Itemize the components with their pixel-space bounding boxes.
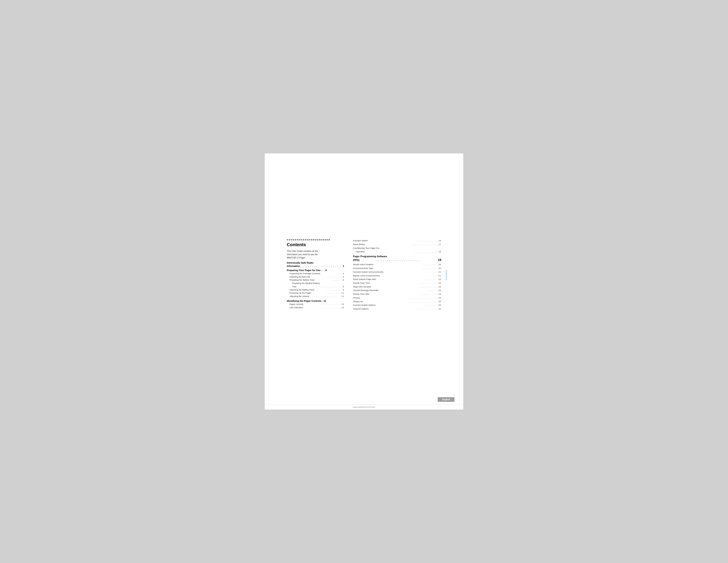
entry-label-battery-pack: Preparing the Battery Pack: [289, 278, 332, 282]
entry-label-function-switch: Function Switch: [353, 239, 418, 242]
entry-label-pager-controls: Pager Controls: [289, 303, 321, 306]
toc-entry-alkaline-1: Preparing the Alkaline Battery: [287, 282, 344, 285]
toc-description: This User Guide contains all the informa…: [287, 249, 344, 259]
entry-label-function-switch-options: Function Switch Options: [353, 304, 424, 307]
entry-label-page-alert: Page Alert Duration: [353, 285, 419, 289]
toc-entry-adjusting-volume: Adjusting the Volume . . . . . . . . . .…: [287, 295, 344, 298]
entry-label-battery-level: Battery Level Announcement: [353, 274, 432, 277]
section-header-pps-2: (PPS) . . . . . . . . . . . . . . . . . …: [353, 258, 441, 261]
toc-entry-fixed-volume: Fixed Volume Page Alert . . . . . . . . …: [353, 278, 441, 281]
entry-label-unread-message: Unread Message Reminder: [353, 289, 429, 292]
sidebar-label: Contents: [445, 239, 447, 311]
toc-entry-privacy: Privacy . . . . . . . . . . . . . . . . …: [353, 296, 441, 300]
entry-label-inspecting: Inspecting the Package Contents: [289, 272, 338, 275]
entry-dots-attaching-battery: . . . . . . . 9: [332, 289, 344, 292]
entry-label-priority-scan: Priority Scan Time: [353, 282, 418, 285]
english-badge: English: [438, 397, 454, 402]
entry-label-announcements-type: Announcements Type: [353, 267, 422, 270]
section-label-pps: (PPS): [353, 259, 359, 261]
toc-entry-reset-button: Reset Button . . . . . . . . . . . . . .…: [353, 243, 441, 246]
entry-dots-always-on: . . . . . . . . . . . . . . . . . . . 25: [408, 300, 441, 304]
entry-dots-belt-clip: . . . . . . . . . . 5: [327, 275, 344, 278]
toc-entry-priority-tone: Priority Tone Alert . . . . . . . . . . …: [353, 293, 441, 296]
entry-dots-stored-voice: . . . . . . . . . . 20: [422, 263, 441, 266]
entry-label-channel-options: Channel Options: [353, 307, 418, 311]
entry-label-conditioning-1: Conditioning Your Pager For: [353, 246, 379, 250]
toc-entry-priority-scan: Priority Scan Time . . . . . . . . . . .…: [353, 282, 441, 285]
decorative-dots: [287, 239, 344, 240]
entry-dots-reset-button: . . . . . . . . . . . . . . . . . 17: [411, 243, 441, 246]
website-footer: www.userMANUALS.tech: [265, 405, 463, 410]
entry-dots-privacy: . . . . . . . . . . . . . . . . . . . 24: [408, 296, 441, 300]
entry-label-stored-voice: Stored Voice Duration: [353, 263, 422, 266]
content-area: Contents This User Guide contains all th…: [287, 239, 441, 311]
toc-entry-function-switch: Function Switch . . . . . . . . . . . . …: [353, 239, 441, 242]
entry-dots-priority-tone: . . . . . . . . . . . . 24: [419, 293, 441, 296]
entry-label-privacy: Privacy: [353, 296, 408, 300]
entry-dots-alkaline: . . . . . . . . . . . . . . . . . 6: [315, 285, 344, 289]
toc-entry-alkaline-2: Tray . . . . . . . . . . . . . . . . . 6: [287, 285, 344, 289]
entry-label-conditioning-2: Operation: [356, 250, 414, 253]
entry-dots-announcements-type: . . . . . . . . . . 20: [422, 267, 441, 270]
toc-entry-belt-clip: Attaching the Belt Clip . . . . . . . . …: [287, 275, 344, 278]
entry-label-always-on: Always On: [353, 300, 408, 304]
toc-entry-conditioning-1: Conditioning Your Pager For: [353, 246, 441, 250]
page-number-area: i English: [438, 394, 454, 402]
entry-dots-function-switch-ann: . . 21: [435, 270, 441, 274]
entry-label-powering-up: Powering Up the Pager: [289, 292, 327, 295]
entry-dots-adjusting-volume: . . . . . . . . . . 11: [325, 295, 344, 298]
entry-dots-function-switch: . . . . . . . . . . . . . 16: [418, 239, 441, 242]
section-pps: Pager Programming Software (PPS) . . . .…: [353, 255, 441, 261]
section-header-preparing: Preparing Your Pager for Use . . . 4: [287, 269, 344, 272]
section-header-pps-1: Pager Programming Software: [353, 255, 441, 258]
entry-label-reset-button: Reset Button: [353, 243, 411, 246]
toc-entry-powering-up: Powering Up the Pager . . . . . . . . . …: [287, 292, 344, 295]
toc-entry-always-on: Always On . . . . . . . . . . . . . . . …: [353, 300, 441, 304]
toc-entry-inspecting: Inspecting the Package Contents . . . 4: [287, 272, 344, 275]
entry-label-function-switch-ann: Function Switch Announcements: [353, 270, 435, 274]
entry-dots-powering-up: . . . . . . . . . 11: [327, 292, 344, 295]
entry-label-alkaline-2: Tray: [292, 285, 315, 289]
entry-dots-fixed-volume: . . . . . . . . 22: [426, 278, 441, 281]
entry-dots-page-alert: . . . . . . . . . . . . 23: [419, 285, 441, 289]
section-label-information: Information: [287, 265, 300, 267]
entry-dots-channel-options: . . . . . . . . . . . . . 31: [418, 307, 441, 311]
right-column: Function Switch . . . . . . . . . . . . …: [349, 239, 441, 311]
page-content: Contents This User Guide contains all th…: [265, 153, 463, 392]
section-header-information: Information . . . . . . . . . . . . . . …: [287, 265, 344, 267]
entry-label-adjusting-volume: Adjusting the Volume: [289, 295, 325, 298]
entry-dots-function-switch-options: . . . . . . . . . 25: [424, 304, 441, 307]
entry-dots-pager-controls: . . . . . . . . . . . . . 13: [321, 303, 344, 306]
entry-label-alkaline-1: Preparing the Alkaline Battery: [292, 282, 320, 285]
toc-entry-stored-voice: Stored Voice Duration . . . . . . . . . …: [353, 263, 441, 266]
toc-entry-battery-level: Battery Level Announcement . . . . 21: [353, 274, 441, 277]
toc-entry-pager-controls: Pager Controls . . . . . . . . . . . . .…: [287, 303, 344, 306]
entry-dots-inspecting: . . . 4: [338, 272, 344, 275]
section-intrinsically-safe: Intrinsically Safe Radio Information . .…: [287, 261, 344, 267]
page-number: i: [454, 394, 454, 396]
website-url: www.userMANUALS.tech: [353, 406, 375, 408]
entry-dots-priority-scan: . . . . . . . . . . . . . 22: [418, 282, 441, 285]
entry-label-priority-tone: Priority Tone Alert: [353, 293, 419, 296]
section-page-information: 1: [342, 265, 344, 267]
entry-dots-battery-level: . . . . 21: [432, 274, 441, 277]
page: Contents This User Guide contains all th…: [265, 153, 463, 410]
entry-dots-conditioning: . . . . . . . . . . . . . . . 18: [414, 250, 441, 253]
toc-entry-battery-pack: Preparing the Battery Pack . . . . . . .…: [287, 278, 344, 282]
toc-entry-unread-message: Unread Message Reminder . . . . . . 23: [353, 289, 441, 292]
left-column: Contents This User Guide contains all th…: [287, 239, 349, 311]
toc-entry-led-indicators: LED Indicators . . . . . . . . . . . . .…: [287, 306, 344, 309]
entry-label-fixed-volume: Fixed Volume Page Alert: [353, 278, 426, 281]
section-dots-information: . . . . . . . . . . . . . . . . . . .: [302, 265, 341, 267]
page-footer: i English: [265, 392, 463, 405]
entry-label-belt-clip: Attaching the Belt Clip: [289, 275, 327, 278]
toc-entry-function-switch-ann: Function Switch Announcements . . 21: [353, 270, 441, 274]
entry-label-attaching-battery: Attaching the Battery Pack: [289, 289, 332, 292]
sidebar-label-text: Contents: [445, 270, 447, 280]
toc-entry-announcements-type: Announcements Type . . . . . . . . . . 2…: [353, 267, 441, 270]
toc-entry-attaching-battery: Attaching the Battery Pack . . . . . . .…: [287, 289, 344, 292]
section-page-pps: 19: [437, 258, 441, 261]
toc-title: Contents: [287, 242, 344, 247]
section-header-identifying: Identifying the Pager Controls . 12: [287, 300, 344, 303]
section-dots-pps: . . . . . . . . . . . . . . . . . . . . …: [377, 259, 420, 261]
